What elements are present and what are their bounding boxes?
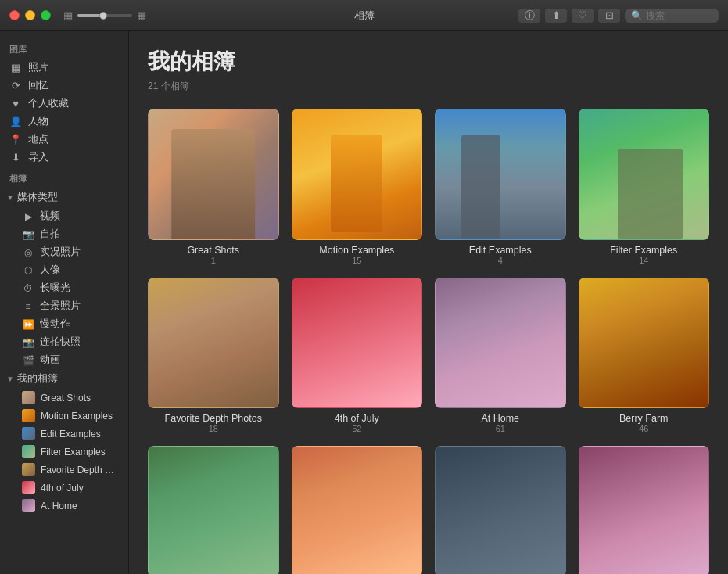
- album-card-filter-examples[interactable]: Filter Examples 14: [579, 109, 710, 265]
- close-button[interactable]: [9, 10, 20, 20]
- at-home-thumbnail: [435, 278, 566, 409]
- search-bar[interactable]: 🔍: [625, 9, 719, 23]
- maximize-button[interactable]: [41, 10, 51, 20]
- sidebar-item-panorama[interactable]: ≡ 全景照片: [0, 297, 128, 315]
- row2-thumbnail: [292, 446, 423, 574]
- favorite-depth-count: 18: [148, 424, 279, 433]
- row1-thumbnail: [148, 446, 279, 574]
- edit-examples-thumb: [22, 427, 35, 440]
- burst-label: 连拍快照: [40, 335, 81, 349]
- sidebar-item-slowmo[interactable]: ⏩ 慢动作: [0, 315, 128, 333]
- my-albums-arrow: ▼: [6, 375, 14, 383]
- info-icon: ⓘ: [525, 9, 535, 23]
- places-icon: 📍: [9, 134, 22, 146]
- sidebar-album-edit-examples[interactable]: Edit Examples: [0, 425, 128, 443]
- sidebar-album-filter-examples[interactable]: Filter Examples: [0, 443, 128, 461]
- sidebar-item-longexpo[interactable]: ⏱ 长曝光: [0, 279, 128, 297]
- sidebar-item-memories[interactable]: ⟳ 回忆: [0, 77, 128, 95]
- slideshow-button[interactable]: ⊡: [598, 9, 620, 23]
- sidebar-album-favorite-depth[interactable]: Favorite Depth Pho…: [0, 461, 128, 479]
- great-shots-thumb: [22, 391, 35, 404]
- album-card-motion-examples[interactable]: Motion Examples 15: [292, 109, 423, 265]
- album-card-4th-july[interactable]: 4th of July 52: [292, 278, 423, 434]
- burst-icon: 📸: [22, 336, 34, 349]
- sidebar-item-portrait[interactable]: ⬡ 人像: [0, 261, 128, 279]
- media-types-arrow: ▼: [6, 193, 14, 202]
- toolbar-controls: ⓘ ⬆ ♡ ⊡ 🔍: [518, 9, 719, 23]
- edit-examples-count: 4: [435, 256, 566, 265]
- berry-farm-count: 46: [579, 424, 710, 433]
- sidebar-item-people[interactable]: 👤 人物: [0, 113, 128, 131]
- heart-icon: ♡: [578, 9, 587, 21]
- sidebar: 图库 ▦ 照片 ⟳ 回忆 ♥ 个人收藏 👤 人物 📍 地点 ⬇ 导入 相簿 ▼ …: [0, 31, 129, 574]
- places-label: 地点: [28, 133, 48, 146]
- album-card-row3[interactable]: [435, 446, 566, 574]
- favorites-label: 个人收藏: [28, 97, 69, 110]
- album-card-great-shots[interactable]: Great Shots 1: [148, 109, 279, 265]
- portrait-label: 人像: [40, 264, 60, 277]
- album-card-edit-examples[interactable]: Edit Examples 4: [435, 109, 566, 265]
- sidebar-item-animation[interactable]: 🎬 动画: [0, 351, 128, 369]
- album-card-row2[interactable]: [292, 446, 423, 574]
- favorite-depth-name: Favorite Depth Photos: [148, 413, 279, 424]
- album-count: 21 个相簿: [148, 80, 709, 93]
- animation-icon: 🎬: [22, 354, 34, 367]
- sidebar-item-selfies[interactable]: 📷 自拍: [0, 225, 128, 243]
- filter-examples-thumb: [22, 445, 35, 458]
- search-input[interactable]: [646, 10, 708, 21]
- my-albums-label: 我的相簿: [17, 372, 58, 386]
- my-albums-section[interactable]: ▼ 我的相簿: [0, 369, 128, 389]
- 4th-july-thumb: [22, 481, 35, 494]
- page-title: 我的相簿: [148, 47, 709, 77]
- album-card-row1[interactable]: [148, 446, 279, 574]
- sidebar-album-great-shots[interactable]: Great Shots: [0, 389, 128, 407]
- 4th-july-thumbnail: [292, 278, 423, 409]
- sidebar-item-burst[interactable]: 📸 连拍快照: [0, 333, 128, 351]
- albums-header: 相簿: [0, 167, 128, 188]
- sidebar-item-favorites[interactable]: ♥ 个人收藏: [0, 95, 128, 113]
- selfies-icon: 📷: [22, 228, 34, 241]
- sidebar-item-photos[interactable]: ▦ 照片: [0, 59, 128, 77]
- search-icon: 🔍: [631, 10, 643, 21]
- at-home-label: At Home: [41, 500, 77, 511]
- sidebar-album-at-home[interactable]: At Home: [0, 497, 128, 515]
- album-card-at-home[interactable]: At Home 61: [435, 278, 566, 434]
- sidebar-item-import[interactable]: ⬇ 导入: [0, 149, 128, 167]
- sidebar-album-motion-examples[interactable]: Motion Examples: [0, 407, 128, 425]
- minimize-button[interactable]: [25, 10, 35, 20]
- edit-examples-name: Edit Examples: [435, 245, 566, 256]
- titlebar: ▦ ▦ 相簿 ⓘ ⬆ ♡ ⊡ 🔍: [0, 0, 728, 31]
- album-card-row4[interactable]: [579, 446, 710, 574]
- slowmo-icon: ⏩: [22, 318, 34, 331]
- panorama-label: 全景照片: [40, 300, 81, 313]
- berry-farm-name: Berry Farm: [579, 413, 710, 424]
- motion-examples-thumb: [22, 409, 35, 422]
- sidebar-item-places[interactable]: 📍 地点: [0, 131, 128, 149]
- animation-label: 动画: [40, 353, 60, 367]
- share-icon: ⬆: [552, 9, 561, 21]
- berry-farm-thumbnail: [579, 278, 710, 409]
- longexpo-label: 长曝光: [40, 282, 70, 295]
- sidebar-item-live[interactable]: ◎ 实况照片: [0, 243, 128, 261]
- share-button[interactable]: ⬆: [545, 9, 567, 23]
- favorites-icon: ♥: [9, 98, 22, 110]
- media-types-section[interactable]: ▼ 媒体类型: [0, 188, 128, 207]
- row3-thumbnail: [435, 446, 566, 574]
- people-label: 人物: [28, 115, 48, 128]
- memories-icon: ⟳: [9, 80, 22, 92]
- memories-label: 回忆: [28, 79, 48, 92]
- sidebar-toggle-icon[interactable]: ▦: [63, 9, 73, 21]
- sidebar-item-videos[interactable]: ▶ 视频: [0, 207, 128, 225]
- 4th-july-count: 52: [292, 424, 423, 433]
- album-card-favorite-depth[interactable]: Favorite Depth Photos 18: [148, 278, 279, 434]
- live-label: 实况照片: [40, 246, 81, 259]
- info-button[interactable]: ⓘ: [518, 9, 540, 23]
- album-card-berry-farm[interactable]: Berry Farm 46: [579, 278, 710, 434]
- media-types-label: 媒体类型: [17, 191, 58, 204]
- sidebar-album-4th-july[interactable]: 4th of July: [0, 479, 128, 497]
- view-toggle-icon[interactable]: ▦: [137, 9, 146, 21]
- favorite-button[interactable]: ♡: [572, 9, 594, 23]
- import-label: 导入: [28, 151, 48, 164]
- portrait-icon: ⬡: [22, 264, 34, 277]
- library-header: 图库: [0, 38, 128, 59]
